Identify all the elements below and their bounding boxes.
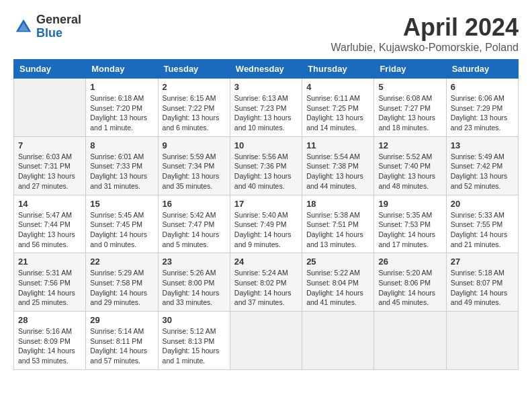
day-info: Sunrise: 5:42 AM Sunset: 7:47 PM Dayligh… [163,210,226,250]
day-info: Sunrise: 5:59 AM Sunset: 7:34 PM Dayligh… [163,152,226,191]
day-number: 20 [451,199,514,209]
day-cell: 6Sunrise: 6:06 AM Sunset: 7:29 PM Daylig… [446,79,518,137]
week-row-1: 1Sunrise: 6:18 AM Sunset: 7:20 PM Daylig… [14,79,519,137]
day-info: Sunrise: 6:11 AM Sunset: 7:25 PM Dayligh… [306,93,369,133]
day-cell: 25Sunrise: 5:22 AM Sunset: 8:04 PM Dayli… [302,253,374,312]
logo: General Blue [13,13,81,40]
calendar-subtitle: Warlubie, Kujawsko-Pomorskie, Poland [330,42,519,54]
day-number: 9 [163,140,226,150]
day-number: 26 [378,257,441,267]
day-number: 5 [378,82,441,92]
calendar-title: April 2024 [330,13,519,42]
day-info: Sunrise: 5:24 AM Sunset: 8:02 PM Dayligh… [234,268,298,308]
day-number: 24 [234,257,298,267]
day-cell: 26Sunrise: 5:20 AM Sunset: 8:06 PM Dayli… [374,253,446,312]
day-cell: 14Sunrise: 5:47 AM Sunset: 7:44 PM Dayli… [14,195,86,253]
logo-icon [13,17,34,37]
day-number: 27 [451,257,514,267]
day-number: 17 [234,199,298,209]
day-number: 2 [163,82,226,92]
day-info: Sunrise: 5:18 AM Sunset: 8:07 PM Dayligh… [451,268,514,308]
week-row-2: 7Sunrise: 6:03 AM Sunset: 7:31 PM Daylig… [14,136,519,195]
day-cell: 4Sunrise: 6:11 AM Sunset: 7:25 PM Daylig… [302,79,374,137]
day-cell: 19Sunrise: 5:35 AM Sunset: 7:53 PM Dayli… [374,195,446,253]
day-info: Sunrise: 5:40 AM Sunset: 7:49 PM Dayligh… [234,210,298,250]
day-cell: 9Sunrise: 5:59 AM Sunset: 7:34 PM Daylig… [158,136,230,195]
day-cell: 13Sunrise: 5:49 AM Sunset: 7:42 PM Dayli… [446,136,518,195]
day-info: Sunrise: 5:26 AM Sunset: 8:00 PM Dayligh… [163,268,226,308]
header-thursday: Thursday [302,60,374,79]
day-info: Sunrise: 5:22 AM Sunset: 8:04 PM Dayligh… [306,268,369,308]
day-cell: 21Sunrise: 5:31 AM Sunset: 7:56 PM Dayli… [14,253,86,312]
day-info: Sunrise: 6:18 AM Sunset: 7:20 PM Dayligh… [90,93,153,133]
day-info: Sunrise: 5:33 AM Sunset: 7:55 PM Dayligh… [451,210,514,250]
day-info: Sunrise: 5:35 AM Sunset: 7:53 PM Dayligh… [378,210,441,250]
day-cell: 28Sunrise: 5:16 AM Sunset: 8:09 PM Dayli… [14,312,86,370]
day-cell: 2Sunrise: 6:15 AM Sunset: 7:22 PM Daylig… [158,79,230,137]
day-cell: 22Sunrise: 5:29 AM Sunset: 7:58 PM Dayli… [86,253,158,312]
day-number: 6 [451,82,514,92]
header-sunday: Sunday [14,60,86,79]
day-number: 7 [18,140,81,150]
logo-general-text: General [36,13,81,27]
day-number: 22 [90,257,153,267]
day-number: 10 [234,140,298,150]
day-number: 19 [378,199,441,209]
day-cell [230,312,302,370]
day-info: Sunrise: 5:20 AM Sunset: 8:06 PM Dayligh… [378,268,441,308]
header-tuesday: Tuesday [158,60,230,79]
day-info: Sunrise: 5:52 AM Sunset: 7:40 PM Dayligh… [378,152,441,191]
day-info: Sunrise: 5:45 AM Sunset: 7:45 PM Dayligh… [90,210,153,250]
day-number: 28 [18,315,81,325]
day-number: 29 [90,315,153,325]
day-info: Sunrise: 5:38 AM Sunset: 7:51 PM Dayligh… [306,210,369,250]
day-info: Sunrise: 6:08 AM Sunset: 7:27 PM Dayligh… [378,93,441,133]
day-number: 3 [234,82,298,92]
day-info: Sunrise: 5:49 AM Sunset: 7:42 PM Dayligh… [451,152,514,191]
day-number: 23 [163,257,226,267]
title-block: April 2024 Warlubie, Kujawsko-Pomorskie,… [330,13,519,54]
header-wednesday: Wednesday [230,60,302,79]
day-cell: 11Sunrise: 5:54 AM Sunset: 7:38 PM Dayli… [302,136,374,195]
day-number: 30 [163,315,226,325]
day-number: 1 [90,82,153,92]
day-cell: 10Sunrise: 5:56 AM Sunset: 7:36 PM Dayli… [230,136,302,195]
day-cell: 29Sunrise: 5:14 AM Sunset: 8:11 PM Dayli… [86,312,158,370]
header-monday: Monday [86,60,158,79]
logo-blue-text: Blue [36,27,81,40]
header-saturday: Saturday [446,60,518,79]
day-info: Sunrise: 5:14 AM Sunset: 8:11 PM Dayligh… [90,326,153,366]
day-cell [14,79,86,137]
day-cell: 12Sunrise: 5:52 AM Sunset: 7:40 PM Dayli… [374,136,446,195]
day-cell: 1Sunrise: 6:18 AM Sunset: 7:20 PM Daylig… [86,79,158,137]
day-cell: 8Sunrise: 6:01 AM Sunset: 7:33 PM Daylig… [86,136,158,195]
day-cell: 20Sunrise: 5:33 AM Sunset: 7:55 PM Dayli… [446,195,518,253]
week-row-5: 28Sunrise: 5:16 AM Sunset: 8:09 PM Dayli… [14,312,519,370]
week-row-4: 21Sunrise: 5:31 AM Sunset: 7:56 PM Dayli… [14,253,519,312]
week-row-3: 14Sunrise: 5:47 AM Sunset: 7:44 PM Dayli… [14,195,519,253]
day-info: Sunrise: 5:29 AM Sunset: 7:58 PM Dayligh… [90,268,153,308]
day-info: Sunrise: 6:13 AM Sunset: 7:23 PM Dayligh… [234,93,298,133]
day-info: Sunrise: 5:54 AM Sunset: 7:38 PM Dayligh… [306,152,369,191]
day-number: 4 [306,82,369,92]
day-info: Sunrise: 5:31 AM Sunset: 7:56 PM Dayligh… [18,268,81,308]
day-info: Sunrise: 6:01 AM Sunset: 7:33 PM Dayligh… [90,152,153,191]
day-cell: 7Sunrise: 6:03 AM Sunset: 7:31 PM Daylig… [14,136,86,195]
day-number: 15 [90,199,153,209]
day-cell [446,312,518,370]
day-info: Sunrise: 5:16 AM Sunset: 8:09 PM Dayligh… [18,326,81,366]
days-header-row: SundayMondayTuesdayWednesdayThursdayFrid… [14,60,519,79]
day-cell [302,312,374,370]
day-cell: 27Sunrise: 5:18 AM Sunset: 8:07 PM Dayli… [446,253,518,312]
day-number: 25 [306,257,369,267]
day-info: Sunrise: 5:56 AM Sunset: 7:36 PM Dayligh… [234,152,298,191]
day-cell: 30Sunrise: 5:12 AM Sunset: 8:13 PM Dayli… [158,312,230,370]
day-cell: 17Sunrise: 5:40 AM Sunset: 7:49 PM Dayli… [230,195,302,253]
day-number: 13 [451,140,514,150]
day-cell: 3Sunrise: 6:13 AM Sunset: 7:23 PM Daylig… [230,79,302,137]
day-info: Sunrise: 6:06 AM Sunset: 7:29 PM Dayligh… [451,93,514,133]
day-number: 21 [18,257,81,267]
day-number: 18 [306,199,369,209]
header-friday: Friday [374,60,446,79]
day-cell: 5Sunrise: 6:08 AM Sunset: 7:27 PM Daylig… [374,79,446,137]
